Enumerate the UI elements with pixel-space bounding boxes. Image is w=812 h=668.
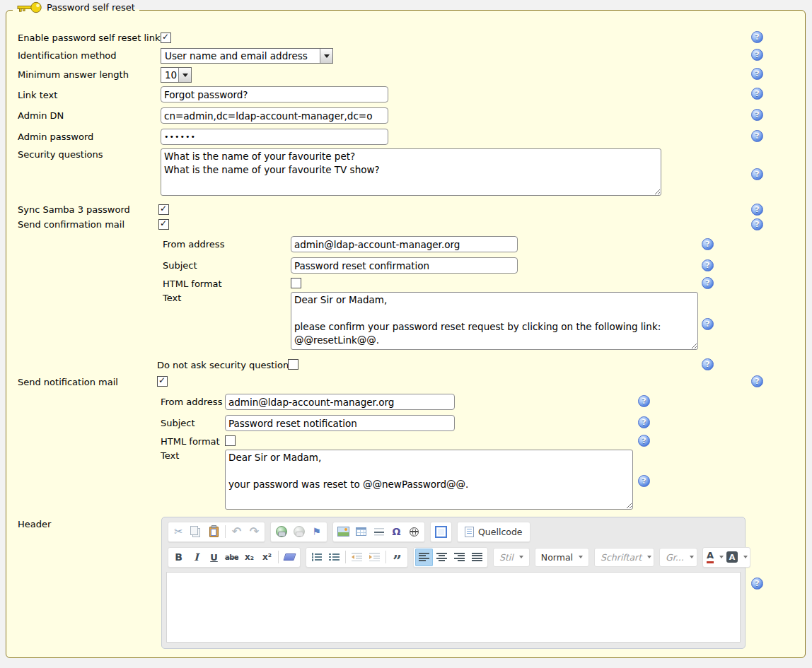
header-editor: ✂ ↶ ↷ ⚑ Ω: [161, 517, 746, 649]
notification-text-label: Text: [161, 450, 179, 461]
align-justify-icon: [472, 553, 482, 561]
outdent-button[interactable]: [348, 549, 366, 566]
help-icon[interactable]: ?: [702, 238, 714, 250]
copy-button[interactable]: [187, 523, 205, 541]
anchor-button[interactable]: ⚑: [308, 523, 325, 541]
align-justify-button[interactable]: [468, 549, 486, 566]
help-icon[interactable]: ?: [751, 168, 763, 180]
background-color-button[interactable]: A: [726, 549, 748, 566]
help-icon[interactable]: ?: [751, 31, 763, 43]
help-icon[interactable]: ?: [751, 88, 763, 100]
help-icon[interactable]: ?: [638, 475, 650, 487]
confirmation-from-input[interactable]: [291, 236, 518, 252]
special-character-button[interactable]: Ω: [388, 523, 405, 541]
editor-toolbar-row1: ✂ ↶ ↷ ⚑ Ω: [162, 517, 745, 543]
blockquote-button[interactable]: ”: [388, 549, 406, 566]
notification-subject-label: Subject: [161, 418, 195, 428]
table-button[interactable]: [352, 523, 370, 541]
cut-button[interactable]: ✂: [170, 523, 187, 541]
fieldset-title: Password self reset: [47, 2, 135, 13]
redo-button[interactable]: ↷: [245, 523, 263, 541]
help-icon[interactable]: ?: [638, 435, 650, 447]
text-color-button[interactable]: A: [704, 549, 726, 566]
unlink-globe-icon: [294, 526, 305, 537]
bulleted-list-button[interactable]: [325, 549, 343, 566]
confirmation-subject-input[interactable]: [291, 257, 518, 274]
scissors-icon: ✂: [174, 525, 183, 538]
notification-html-checkbox[interactable]: [225, 435, 236, 446]
editor-content[interactable]: [166, 572, 741, 643]
help-icon[interactable]: ?: [702, 277, 714, 289]
font-dropdown[interactable]: Schriftart: [594, 548, 654, 567]
help-icon[interactable]: ?: [702, 318, 714, 330]
undo-button[interactable]: ↶: [228, 523, 245, 541]
horizontal-line-button[interactable]: [370, 523, 388, 541]
password-self-reset-page: Password self reset Enable password self…: [0, 0, 812, 668]
image-button[interactable]: [335, 523, 352, 541]
align-center-icon: [436, 553, 447, 561]
bold-icon: B: [175, 551, 182, 563]
admin-password-input[interactable]: [161, 129, 388, 145]
align-left-button[interactable]: [415, 549, 433, 566]
send-notification-checkbox[interactable]: [157, 376, 168, 387]
format-dropdown[interactable]: Normal: [535, 548, 589, 567]
align-center-button[interactable]: [433, 549, 451, 566]
omega-icon: Ω: [393, 527, 401, 537]
security-questions-textarea[interactable]: What is the name of your favourite pet? …: [161, 148, 661, 196]
remove-format-button[interactable]: [281, 549, 298, 566]
help-icon[interactable]: ?: [638, 395, 650, 407]
notification-subject-input[interactable]: [225, 415, 455, 431]
numbered-list-button[interactable]: [308, 549, 325, 566]
maximize-button[interactable]: [432, 523, 450, 541]
clipboard-icon: [209, 527, 219, 537]
notification-text-textarea[interactable]: Dear Sir or Madam, your password was res…: [225, 450, 633, 510]
subscript-button[interactable]: x₂: [240, 549, 258, 566]
link-text-input[interactable]: [161, 86, 388, 102]
skip-security-question-label: Do not ask security question: [157, 360, 289, 370]
help-icon[interactable]: ?: [638, 416, 650, 428]
identification-method-select[interactable]: User name and email address: [161, 48, 333, 64]
min-answer-length-select[interactable]: 10: [161, 67, 192, 83]
help-icon[interactable]: ?: [751, 204, 763, 216]
italic-button[interactable]: I: [187, 549, 205, 566]
numbered-list-icon: [311, 553, 322, 561]
align-right-button[interactable]: [451, 549, 468, 566]
chevron-down-icon: [579, 556, 583, 558]
confirmation-html-checkbox[interactable]: [291, 278, 301, 288]
underline-button[interactable]: U: [205, 549, 223, 566]
help-icon[interactable]: ?: [751, 578, 763, 590]
notification-from-input[interactable]: [225, 394, 455, 410]
bold-button[interactable]: B: [170, 549, 187, 566]
strikethrough-icon: abe: [225, 553, 238, 561]
help-icon[interactable]: ?: [702, 259, 714, 271]
background-color-icon: A: [726, 551, 738, 563]
confirmation-html-label: HTML format: [163, 279, 222, 289]
subscript-icon: x₂: [245, 552, 254, 562]
enable-reset-checkbox[interactable]: [161, 33, 171, 43]
send-confirmation-checkbox[interactable]: [158, 219, 169, 230]
text-color-icon: A: [707, 551, 714, 563]
size-dropdown[interactable]: Gr...: [659, 548, 697, 567]
sync-samba-checkbox[interactable]: [158, 204, 169, 215]
help-icon[interactable]: ?: [751, 49, 763, 61]
admin-dn-input[interactable]: [161, 107, 388, 124]
styles-dropdown[interactable]: Stil: [493, 548, 530, 567]
paste-button[interactable]: [205, 523, 223, 541]
unlink-button[interactable]: [290, 523, 308, 541]
help-icon[interactable]: ?: [751, 130, 763, 142]
iframe-button[interactable]: [405, 523, 423, 541]
superscript-button[interactable]: x²: [258, 549, 276, 566]
confirmation-text-textarea[interactable]: Dear Sir or Madam, please confirm your p…: [291, 292, 698, 350]
indent-button[interactable]: [366, 549, 383, 566]
skip-security-question-checkbox[interactable]: [288, 359, 298, 370]
help-icon[interactable]: ?: [751, 109, 763, 121]
help-icon[interactable]: ?: [751, 375, 763, 387]
help-icon[interactable]: ?: [702, 358, 714, 370]
help-icon[interactable]: ?: [751, 218, 763, 230]
source-button[interactable]: Quellcode: [459, 523, 528, 541]
underline-icon: U: [210, 552, 218, 563]
chevron-down-icon: [178, 68, 191, 82]
link-button[interactable]: [272, 523, 290, 541]
strikethrough-button[interactable]: abe: [223, 549, 240, 566]
help-icon[interactable]: ?: [751, 68, 763, 80]
